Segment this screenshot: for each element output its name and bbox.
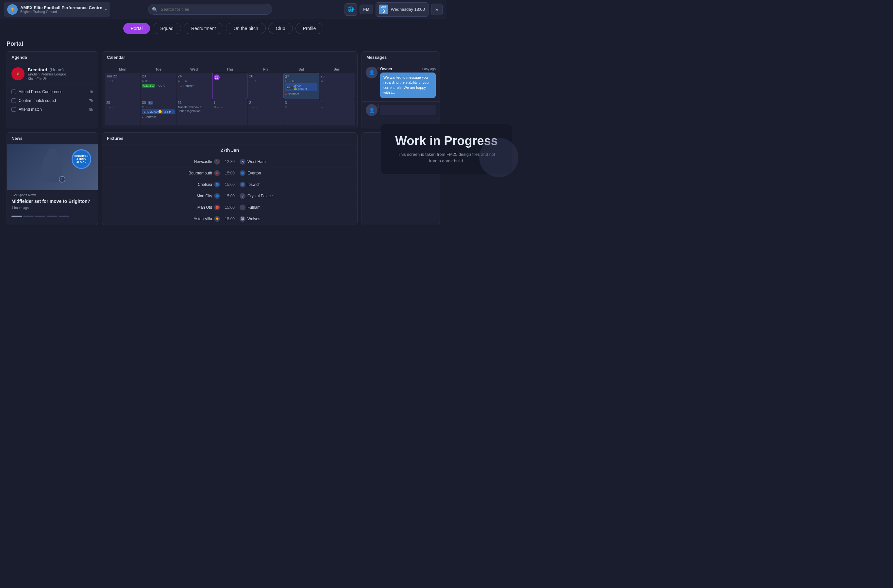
date-button[interactable]: Jan 3 Wednesday 18:00 (376, 2, 428, 16)
news-dot-2[interactable] (23, 216, 34, 217)
home-team: Newcastle (194, 159, 212, 164)
away-team: Crystal Palace (247, 194, 273, 198)
match-kickoff: Kickoff in 8h (28, 77, 66, 81)
club-selector[interactable]: 🏆 AMEX Elite Football Performance Centre… (4, 2, 110, 16)
fixture-astonvilla-wolves[interactable]: Aston Villa 🦁 15:00 🐺 Wolves (102, 213, 357, 225)
agenda-tasks: Attend Press Conference 1h Confirm match… (7, 85, 98, 117)
cal-transfer-event: Transfer (178, 84, 210, 88)
astonvilla-icon: 🦁 (214, 216, 220, 222)
cal-day-4[interactable]: 4 → (319, 99, 355, 126)
tab-recruitment[interactable]: Recruitment (184, 23, 223, 34)
fixture-home: Aston Villa 🦁 (107, 216, 220, 222)
cal-day-23[interactable]: 23 ⊟ ⊠ ↓ U21 2-1 FUL A (141, 73, 176, 99)
fixture-time: 15:00 (220, 217, 240, 221)
task-attend-match[interactable]: Attend match 8h (11, 105, 93, 114)
news-time: 4 hours ago (11, 206, 93, 210)
date-badge: Jan 3 (379, 4, 388, 14)
topbar: 🏆 AMEX Elite Football Performance Centre… (0, 0, 446, 19)
message-preview-2 (380, 105, 436, 115)
cal-day-24[interactable]: 24 ⊟ ↔ ⊠ Transfer (176, 73, 212, 99)
news-image: ↻ BRIGHTON& HOVEALBION (7, 144, 98, 190)
cal-day-27[interactable]: 27 ⊟ ↔ ⊠ EPL 15:00🐝 BRE H Contract (283, 73, 319, 99)
message-content: Owner 1 day ago We wanted to message you… (380, 67, 436, 98)
main-grid: Agenda 🐝 Brentford (Home) English Premie… (0, 51, 446, 232)
cal-day-29[interactable]: 29 ↓ ↔ → (105, 99, 140, 126)
search-bar[interactable]: 🔍 (148, 4, 272, 15)
fixture-newcastle-westham[interactable]: Newcastle ⚫ 12:30 ⚒ West Ham (102, 156, 357, 168)
club-text: AMEX Elite Football Performance Centre B… (20, 5, 102, 14)
date-text: Wednesday 18:00 (391, 7, 425, 12)
news-dot-1[interactable] (11, 216, 22, 217)
advance-button[interactable]: » (431, 4, 443, 15)
page-title: Portal (0, 38, 446, 51)
fixture-away: 🦅 Crystal Palace (240, 193, 353, 199)
tab-profile[interactable]: Profile (296, 23, 323, 34)
news-content: Sky Sports News Midfielder set for move … (7, 190, 98, 213)
news-headline[interactable]: Midfielder set for move to Brighton? (11, 198, 93, 204)
task-checkbox[interactable] (11, 90, 16, 94)
fixture-home: Man Utd 🔴 (107, 204, 220, 210)
task-confirm-squad[interactable]: Confirm match squad 7h (11, 96, 93, 105)
fixture-home: Man City 🔵 (107, 193, 220, 199)
ipswich-icon: 🔵 (240, 182, 245, 188)
everton-icon: 🔵 (240, 170, 245, 176)
cal-day-22[interactable]: Jan 22 ↓ ↔ ↑ (105, 73, 140, 99)
message-bubble: We wanted to message you regarding the s… (380, 72, 436, 98)
news-dot-3[interactable] (35, 216, 45, 217)
message-item-2[interactable]: 👤 ! (362, 102, 440, 119)
agenda-match: 🐝 Brentford (Home) English Premier Leagu… (7, 63, 98, 85)
fixture-chelsea-ipswich[interactable]: Chelsea 🔵 15:00 🔵 Ipswich (102, 179, 357, 190)
fixture-away: ⚒ West Ham (240, 159, 353, 165)
news-dot-4[interactable] (47, 216, 57, 217)
tab-club[interactable]: Club (268, 23, 293, 34)
fixture-away: ⚫ Fulham (240, 204, 353, 210)
cal-day-31[interactable]: 31 Transfer window cl... Squad registati… (176, 99, 212, 126)
messages-header: Messages (362, 52, 440, 63)
fixtures-panel: Fixtures 27th Jan Newcastle ⚫ 12:30 ⚒ We… (102, 132, 358, 225)
cal-epl-match: EPL 15:00🐝 BRE H (285, 83, 317, 91)
home-team: Bournemouth (189, 171, 212, 176)
fixture-mancity-crystalpalace[interactable]: Man City 🔵 15:00 🦅 Crystal Palace (102, 190, 357, 202)
task-press-conference[interactable]: Attend Press Conference 1h (11, 87, 93, 96)
cal-day-1[interactable]: 1 ⊟ ↔ → (212, 99, 247, 126)
westham-icon: ⚒ (240, 159, 245, 165)
search-icon: 🔍 (152, 7, 158, 12)
cal-header-tue: Tue (141, 66, 176, 72)
news-source: Sky Sports News (11, 194, 93, 197)
task-name: Confirm match squad (19, 98, 87, 103)
cal-day-2[interactable]: 2 ↓ ↔ → (248, 99, 283, 126)
topbar-right: 🌐 FM Jan 3 Wednesday 18:00 » (344, 2, 443, 16)
cal-day-3[interactable]: 3 ⊟ (283, 99, 319, 126)
home-team: Man Utd (197, 205, 212, 210)
message-avatar-2: 👤 (366, 104, 377, 116)
fixture-manutd-fulham[interactable]: Man Utd 🔴 15:00 ⚫ Fulham (102, 202, 357, 213)
news-dot-5[interactable] (59, 216, 69, 217)
tab-squad[interactable]: Squad (153, 23, 181, 34)
fixtures-header: Fixtures (102, 133, 357, 144)
fixture-time: 15:00 (220, 194, 240, 198)
cal-day-30[interactable]: 30 +1 ⊟ ↔ → EPL 20:00 🟡 AST H Contract (141, 99, 176, 126)
cal-icon: ↓ (106, 79, 108, 82)
main-navigation: Portal Squad Recruitment On the pitch Cl… (0, 19, 446, 38)
message-item-1[interactable]: 👤 ! Owner 1 day ago We wanted to message… (362, 63, 440, 102)
task-checkbox[interactable] (11, 98, 16, 103)
fixture-bournemouth-everton[interactable]: Bournemouth 🍒 15:00 🔵 Everton (102, 168, 357, 179)
tab-portal[interactable]: Portal (123, 23, 150, 34)
cal-day-25-today[interactable]: 25 (212, 73, 247, 99)
news-player-silhouette: ↻ (42, 153, 62, 182)
message-meta: Owner 1 day ago (380, 67, 436, 71)
tab-on-the-pitch[interactable]: On the pitch (226, 23, 266, 34)
away-team: Wolves (247, 217, 260, 221)
brentford-logo: 🐝 (11, 67, 24, 80)
wolves-icon: 🐺 (240, 216, 245, 222)
task-checkbox[interactable] (11, 107, 16, 112)
cal-day-26[interactable]: 26 ↓ ↔ ↑ (248, 73, 283, 99)
search-input[interactable] (148, 4, 272, 15)
message-time: 1 day ago (421, 67, 436, 71)
date-month: Jan (381, 5, 386, 9)
globe-button[interactable]: 🌐 (344, 3, 357, 16)
club-name: AMEX Elite Football Performance Centre (20, 5, 102, 10)
cal-header-sun: Sun (319, 66, 355, 72)
cal-day-28[interactable]: 28 ⊟ ↔ → (319, 73, 355, 99)
fixture-time: 12:30 (220, 159, 240, 164)
